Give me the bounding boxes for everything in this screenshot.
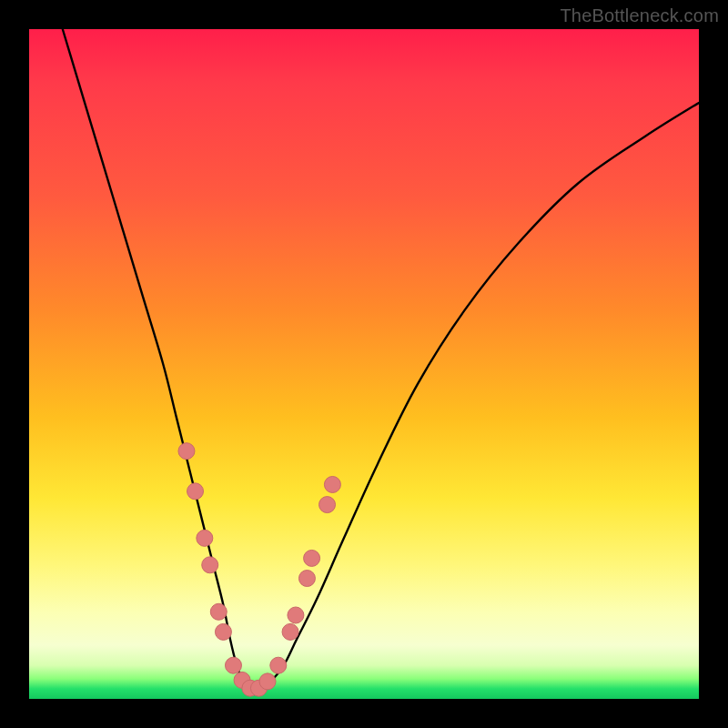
chart-svg [29,29,699,699]
data-marker [324,476,340,492]
data-marker [215,623,231,640]
watermark-label: TheBottleneck.com [560,5,719,26]
data-marker [210,603,227,620]
bottleneck-curve [63,29,699,690]
data-marker [282,623,298,640]
chart-frame: TheBottleneck.com [0,0,728,728]
marker-layer [178,443,340,697]
data-marker [304,550,320,566]
data-marker [298,571,315,587]
data-marker [259,673,276,690]
data-marker [225,657,241,673]
data-marker [319,497,336,513]
data-marker [187,483,204,500]
data-marker [202,557,218,573]
plot-area [29,29,699,699]
data-marker [288,607,304,623]
data-marker [178,443,195,460]
data-marker [270,657,287,673]
data-marker [197,530,213,546]
